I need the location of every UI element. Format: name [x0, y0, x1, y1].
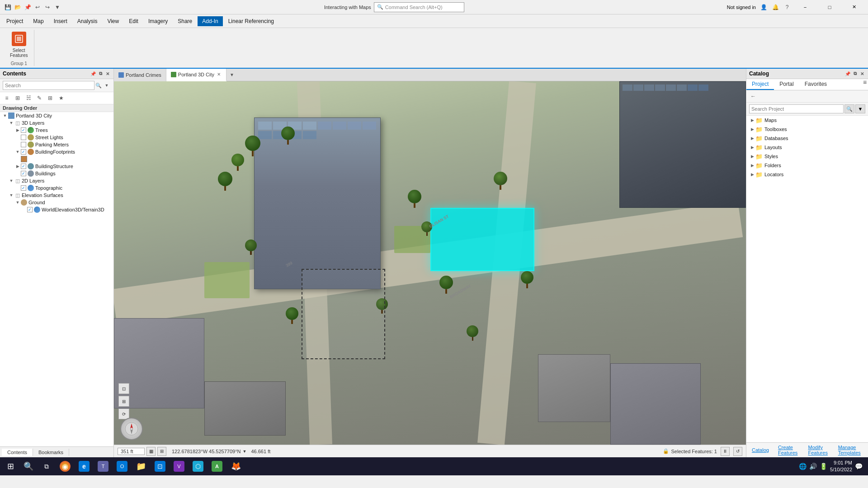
- catalog-pin-icon[interactable]: 📌: [844, 70, 851, 77]
- contents-tool-filter[interactable]: ☵: [24, 93, 33, 103]
- trees-expand-icon[interactable]: ▶: [14, 127, 21, 133]
- layer-street-lights[interactable]: ▶ Street Lights: [0, 134, 113, 141]
- catalog-tab-project[interactable]: Project: [746, 79, 774, 90]
- select-features-button[interactable]: SelectFeatures: [7, 30, 30, 60]
- scale-box[interactable]: 351 ft: [118, 448, 145, 455]
- menu-linear-ref[interactable]: Linear Referencing: [224, 16, 278, 26]
- menu-edit[interactable]: Edit: [124, 16, 143, 26]
- contents-search-icon[interactable]: 🔍: [94, 81, 103, 89]
- menu-map[interactable]: Map: [28, 16, 48, 26]
- taskbar-clock[interactable]: 9:01 PM 5/10/2022: [830, 460, 852, 474]
- root-expand-icon[interactable]: ▼: [2, 113, 8, 119]
- catalog-action-catalog[interactable]: Catalog: [748, 446, 773, 454]
- layer-buildings[interactable]: ▶ ✓ Buildings: [0, 170, 113, 177]
- taskbar-network-icon[interactable]: 🌐: [799, 463, 807, 470]
- map-viewport[interactable]: GLISAN ST BROADWAY 701 399 ⊡ ⊞ ⟳: [114, 81, 746, 445]
- notification-icon[interactable]: 🔔: [771, 3, 779, 11]
- minimize-button[interactable]: −: [795, 0, 816, 14]
- catalog-search-button[interactable]: 🔍: [844, 104, 854, 113]
- catalog-item-locators[interactable]: ▶ 📁 Locators: [746, 170, 868, 179]
- toolboxes-expand-icon[interactable]: ▶: [749, 126, 755, 132]
- topographic-checkbox[interactable]: ✓: [21, 185, 26, 191]
- menu-share[interactable]: Share: [173, 16, 197, 26]
- help-icon[interactable]: ?: [783, 3, 791, 11]
- close-button[interactable]: ✕: [844, 0, 864, 14]
- taskbar-app-vscode[interactable]: ⬡: [189, 458, 207, 475]
- tab-portland-crimes[interactable]: Portland Crimes: [114, 69, 166, 81]
- catalog-search-dropdown[interactable]: ▼: [855, 104, 865, 113]
- layer-2d-layers[interactable]: ▼ ◫ 2D Layers: [0, 177, 113, 184]
- parking-meters-checkbox[interactable]: [21, 142, 26, 147]
- catalog-float-icon[interactable]: ⧉: [852, 70, 858, 77]
- layer-topographic[interactable]: ▶ ✓ Topographic: [0, 184, 113, 192]
- databases-expand-icon[interactable]: ▶: [749, 135, 755, 141]
- catalog-action-modify-features[interactable]: Modify Features: [804, 444, 832, 456]
- maximize-button[interactable]: □: [819, 0, 840, 14]
- catalog-menu-icon[interactable]: ≡: [862, 79, 868, 85]
- contents-tab[interactable]: Contents: [2, 449, 33, 456]
- catalog-item-databases[interactable]: ▶ 📁 Databases: [746, 134, 868, 143]
- pin-icon[interactable]: 📌: [24, 3, 32, 11]
- contents-tool-pencil[interactable]: ✎: [34, 93, 44, 103]
- taskbar-app-edge[interactable]: e: [75, 458, 93, 475]
- menu-insert[interactable]: Insert: [49, 16, 72, 26]
- tab-close-icon[interactable]: ✕: [216, 72, 222, 77]
- building-structure-checkbox[interactable]: ✓: [21, 164, 26, 169]
- menu-addin[interactable]: Add-In: [198, 16, 222, 26]
- building-footprints-expand-icon[interactable]: ▼: [14, 149, 21, 155]
- menu-view[interactable]: View: [103, 16, 123, 26]
- tab-portland-3d-city[interactable]: Portland 3D City ✕: [166, 69, 226, 81]
- contents-float-icon[interactable]: ⧉: [97, 70, 104, 77]
- user-icon[interactable]: 👤: [760, 3, 768, 11]
- scale-units-btn[interactable]: ▦: [146, 447, 156, 456]
- taskbar-battery-icon[interactable]: 🔋: [820, 463, 827, 470]
- redo-icon[interactable]: ↪: [43, 3, 52, 11]
- catalog-action-create-features[interactable]: Create Features: [774, 444, 803, 456]
- layer-root[interactable]: ▼ Portland 3D City: [0, 112, 113, 119]
- taskbar-app-explorer[interactable]: 📁: [132, 458, 150, 475]
- buildings-checkbox[interactable]: ✓: [21, 171, 26, 176]
- taskbar-app-arcgis[interactable]: A: [208, 458, 226, 475]
- layer-parking-meters[interactable]: ▶ Parking Meters: [0, 141, 113, 148]
- worldelevation-checkbox[interactable]: ✓: [27, 207, 33, 212]
- taskbar-app-teams[interactable]: T: [94, 458, 112, 475]
- fixed-zoom-icon[interactable]: ⊞: [118, 396, 129, 407]
- 3d-layers-expand-icon[interactable]: ▼: [8, 120, 14, 126]
- map-tab-scroll-down[interactable]: ▼: [227, 69, 236, 81]
- building-structure-expand-icon[interactable]: ▶: [14, 163, 21, 169]
- contents-tool-add[interactable]: ⊞: [45, 93, 55, 103]
- folders-expand-icon[interactable]: ▶: [749, 162, 755, 169]
- dropdown-icon[interactable]: ▼: [53, 3, 61, 11]
- search-button-taskbar[interactable]: 🔍: [20, 458, 37, 475]
- contents-close-icon[interactable]: ✕: [104, 70, 111, 77]
- pause-button[interactable]: ⏸: [721, 447, 730, 456]
- folder-icon[interactable]: 📂: [14, 3, 22, 11]
- zoom-extent-icon[interactable]: ⊡: [118, 383, 129, 394]
- catalog-search-input[interactable]: [749, 104, 844, 113]
- locators-expand-icon[interactable]: ▶: [749, 171, 755, 178]
- taskbar-notification-icon[interactable]: 💬: [855, 463, 863, 470]
- menu-imagery[interactable]: Imagery: [144, 16, 172, 26]
- layouts-expand-icon[interactable]: ▶: [749, 144, 755, 150]
- street-lights-checkbox[interactable]: [21, 135, 26, 140]
- layer-building-structure[interactable]: ▶ ✓ BuildingStructure: [0, 163, 113, 170]
- contents-tool-star[interactable]: ★: [56, 93, 66, 103]
- contents-search-input[interactable]: [3, 81, 94, 90]
- layer-ground[interactable]: ▼ Ground: [0, 199, 113, 206]
- contents-search-dropdown[interactable]: ▼: [103, 81, 111, 89]
- ground-expand-icon[interactable]: ▼: [14, 199, 21, 206]
- layer-trees[interactable]: ▶ ✓ Trees: [0, 127, 113, 134]
- catalog-item-folders[interactable]: ▶ 📁 Folders: [746, 161, 868, 170]
- taskbar-app-outlook[interactable]: O: [113, 458, 131, 475]
- compass[interactable]: [120, 418, 143, 440]
- command-search-box[interactable]: 🔍 Command Search (Alt+Q): [374, 2, 464, 12]
- contents-tool-grid[interactable]: ⊞: [13, 93, 23, 103]
- taskbar-app-vs[interactable]: V: [170, 458, 188, 475]
- catalog-back-icon[interactable]: ←: [748, 91, 758, 101]
- building-footprints-checkbox[interactable]: ✓: [21, 149, 26, 155]
- coordinates-dropdown-icon[interactable]: ▼: [243, 449, 247, 454]
- elevation-surfaces-expand-icon[interactable]: ▼: [8, 192, 14, 198]
- taskbar-app-firefox[interactable]: 🦊: [227, 458, 245, 475]
- undo-icon[interactable]: ↩: [33, 3, 42, 11]
- taskbar-app-chrome[interactable]: ◉: [56, 458, 74, 475]
